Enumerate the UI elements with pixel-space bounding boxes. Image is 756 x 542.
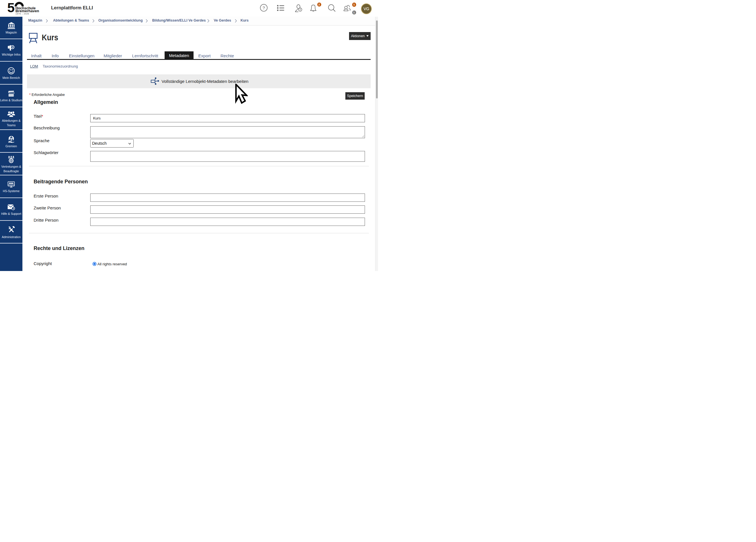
svg-text:Bremerhaven: Bremerhaven bbox=[16, 9, 39, 13]
svg-text:?: ? bbox=[12, 207, 14, 210]
svg-text:?: ? bbox=[263, 5, 265, 10]
svg-text:1975 – 2025: 1975 – 2025 bbox=[16, 13, 29, 15]
svg-text:5: 5 bbox=[7, 0, 15, 15]
